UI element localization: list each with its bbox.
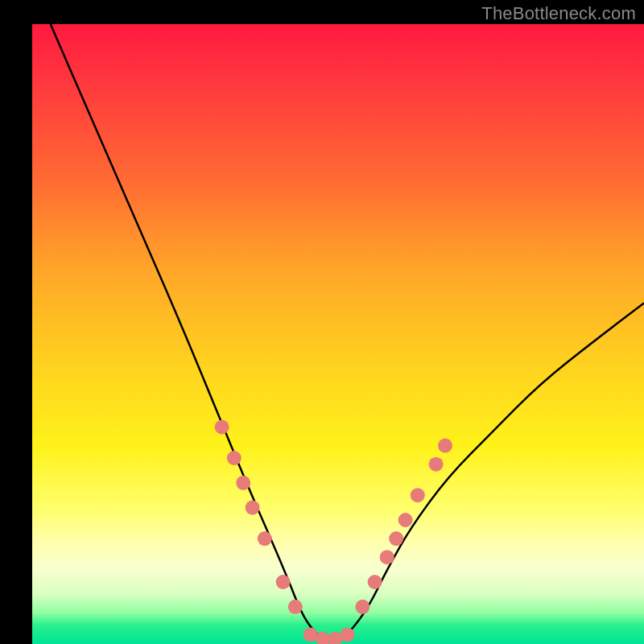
marker-dot <box>355 600 369 614</box>
marker-dot <box>288 600 303 614</box>
v-curve-path <box>51 24 644 641</box>
marker-dot <box>389 531 403 546</box>
marker-dot <box>398 513 413 527</box>
marker-dot <box>438 439 452 453</box>
marker-dot <box>246 501 260 515</box>
marker-dot <box>227 451 242 465</box>
curve-layer <box>32 24 644 644</box>
marker-dot <box>215 420 229 435</box>
marker-dot <box>340 627 354 642</box>
marker-dot <box>411 488 425 502</box>
chart-frame: TheBottleneck.com <box>0 0 644 644</box>
marker-dot <box>429 457 444 472</box>
marker-dot <box>380 550 394 564</box>
marker-dot <box>236 476 250 490</box>
marker-group <box>215 420 452 645</box>
marker-dot <box>276 575 291 589</box>
marker-dot <box>258 531 272 546</box>
watermark-text: TheBottleneck.com <box>481 3 636 24</box>
marker-dot <box>368 575 382 589</box>
plot-area <box>32 24 644 644</box>
